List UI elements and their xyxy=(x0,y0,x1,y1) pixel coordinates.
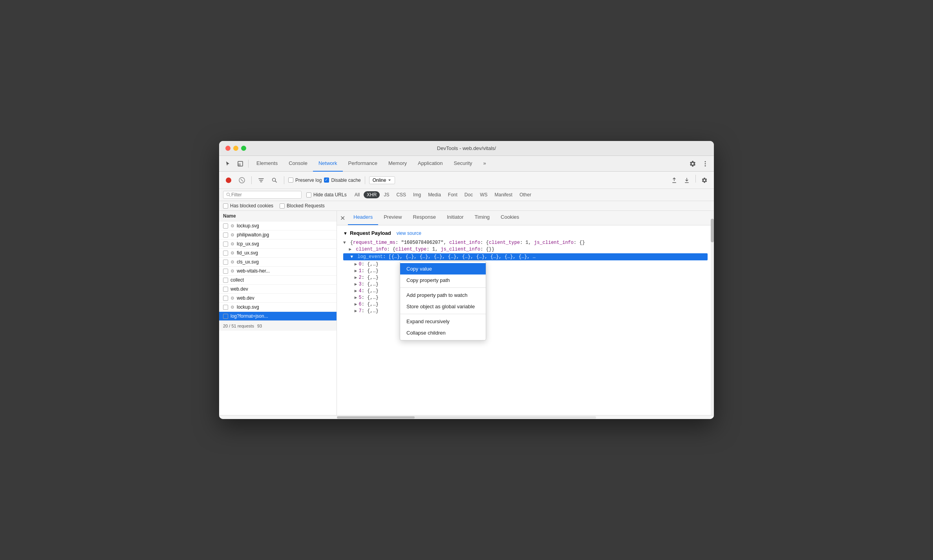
ctx-store-global[interactable]: Store object as global variable xyxy=(400,301,486,312)
list-item-selected[interactable]: log?format=json... xyxy=(219,312,337,321)
dock-icon[interactable] xyxy=(235,158,246,169)
collapse-arrow[interactable]: ▼ xyxy=(343,231,348,236)
filter-manifest[interactable]: Manifest xyxy=(492,191,516,198)
ctx-collapse-children[interactable]: Collapse children xyxy=(400,327,486,339)
tab-cookies[interactable]: Cookies xyxy=(495,211,525,225)
file-checkbox-0[interactable] xyxy=(223,223,228,229)
file-checkbox-9[interactable] xyxy=(223,305,228,310)
filter-input-wrap[interactable] xyxy=(223,191,302,199)
hide-data-urls-checkbox[interactable] xyxy=(306,192,311,198)
tab-performance[interactable]: Performance xyxy=(343,156,383,172)
file-checkbox-1[interactable] xyxy=(223,232,228,238)
list-item[interactable]: ⚙ lockup.svg xyxy=(219,221,337,231)
filter-ws[interactable]: WS xyxy=(477,191,490,198)
download-icon[interactable] xyxy=(681,175,692,186)
expand-root-arrow[interactable]: ▼ xyxy=(343,240,346,245)
ctx-expand-recursively[interactable]: Expand recursively xyxy=(400,316,486,327)
tree-item-6[interactable]: ▶6: {,…} xyxy=(343,302,708,307)
settings-icon[interactable] xyxy=(687,158,698,169)
cursor-tool-icon[interactable] xyxy=(222,158,233,169)
view-source-link[interactable]: view source xyxy=(397,231,421,236)
filter-css[interactable]: CSS xyxy=(393,191,409,198)
expand-log-arrow[interactable]: ▼ xyxy=(350,254,353,259)
expand-client-arrow[interactable]: ▶ xyxy=(349,247,351,252)
minimize-button[interactable] xyxy=(233,146,238,151)
file-checkbox-6[interactable] xyxy=(223,278,228,283)
upload-icon[interactable] xyxy=(669,175,680,186)
tab-preview[interactable]: Preview xyxy=(378,211,407,225)
blocked-requests-checkbox[interactable] xyxy=(280,203,285,209)
record-button[interactable] xyxy=(223,175,234,186)
filter-button[interactable] xyxy=(256,175,267,186)
throttle-select-wrap[interactable]: Online xyxy=(369,176,395,184)
list-item[interactable]: ⚙ fid_ux.svg xyxy=(219,249,337,258)
file-checkbox-5[interactable] xyxy=(223,269,228,274)
tab-headers[interactable]: Headers xyxy=(348,211,378,225)
filter-js[interactable]: JS xyxy=(381,191,392,198)
ctx-add-property-watch[interactable]: Add property path to watch xyxy=(400,289,486,301)
hide-data-urls-label[interactable]: Hide data URLs xyxy=(306,192,347,198)
close-button[interactable] xyxy=(225,146,231,151)
more-icon[interactable] xyxy=(700,158,711,169)
file-checkbox-7[interactable] xyxy=(223,287,228,292)
filter-font[interactable]: Font xyxy=(445,191,461,198)
filter-img[interactable]: Img xyxy=(410,191,424,198)
blocked-requests-label[interactable]: Blocked Requests xyxy=(280,203,325,209)
ctx-copy-value[interactable]: Copy value xyxy=(400,263,486,275)
tab-elements[interactable]: Elements xyxy=(251,156,283,172)
tab-response[interactable]: Response xyxy=(407,211,441,225)
tree-item-7[interactable]: ▶7: {,…} xyxy=(343,308,708,314)
h-scrollbar-thumb[interactable] xyxy=(337,416,415,419)
tree-item-2[interactable]: ▶2: {,…} xyxy=(343,275,708,280)
file-checkbox-3[interactable] xyxy=(223,251,228,256)
preserve-log-checkbox[interactable] xyxy=(288,178,293,183)
tree-item-1[interactable]: ▶1: {,…} xyxy=(343,268,708,274)
tab-console[interactable]: Console xyxy=(283,156,313,172)
file-checkbox-10[interactable] xyxy=(223,314,228,319)
list-item[interactable]: ⚙ lockup.svg xyxy=(219,303,337,312)
has-blocked-cookies-label[interactable]: Has blocked cookies xyxy=(223,203,273,209)
vertical-scrollbar[interactable] xyxy=(711,211,714,415)
tree-item-4[interactable]: ▶4: {,…} xyxy=(343,288,708,294)
maximize-button[interactable] xyxy=(241,146,246,151)
tab-network[interactable]: Network xyxy=(313,156,343,172)
stop-button[interactable] xyxy=(236,175,247,186)
tree-log-event-line[interactable]: ▼ log_event: [{…}, {…}, {…}, {…}, {…}, {… xyxy=(343,253,708,260)
tree-item-3[interactable]: ▶3: {,…} xyxy=(343,282,708,287)
tab-timing[interactable]: Timing xyxy=(469,211,496,225)
disable-cache-checkbox[interactable] xyxy=(324,178,329,183)
filter-media[interactable]: Media xyxy=(425,191,444,198)
tab-memory[interactable]: Memory xyxy=(383,156,412,172)
tree-client-info-line[interactable]: ▶ client_info: {client_type: 1, js_clien… xyxy=(343,247,708,252)
disable-cache-label[interactable]: Disable cache xyxy=(324,178,360,183)
search-button[interactable] xyxy=(269,175,280,186)
list-item[interactable]: collect xyxy=(219,276,337,285)
tree-item-5[interactable]: ▶5: {,…} xyxy=(343,295,708,300)
file-checkbox-8[interactable] xyxy=(223,296,228,301)
filter-doc[interactable]: Doc xyxy=(461,191,476,198)
file-checkbox-4[interactable] xyxy=(223,260,228,265)
tab-security[interactable]: Security xyxy=(448,156,478,172)
horizontal-scrollbar[interactable] xyxy=(219,415,714,419)
filter-input[interactable] xyxy=(231,192,290,198)
tab-application[interactable]: Application xyxy=(412,156,448,172)
file-checkbox-2[interactable] xyxy=(223,242,228,247)
tab-initiator[interactable]: Initiator xyxy=(441,211,469,225)
network-settings-icon[interactable] xyxy=(699,175,710,186)
scrollbar-thumb[interactable] xyxy=(711,219,714,242)
list-item[interactable]: web.dev xyxy=(219,285,337,294)
list-item[interactable]: ⚙ lcp_ux.svg xyxy=(219,240,337,249)
tab-more[interactable]: » xyxy=(478,156,492,172)
list-item[interactable]: ⚙ web-vitals-her... xyxy=(219,267,337,276)
filter-other[interactable]: Other xyxy=(516,191,534,198)
list-item[interactable]: ⚙ web.dev xyxy=(219,294,337,303)
close-detail-button[interactable]: ✕ xyxy=(337,211,348,225)
preserve-log-label[interactable]: Preserve log xyxy=(288,178,322,183)
tree-item-0[interactable]: ▶0: {,…} xyxy=(343,262,708,267)
list-item[interactable]: ⚙ philipwalton.jpg xyxy=(219,231,337,240)
list-item[interactable]: ⚙ cls_ux.svg xyxy=(219,258,337,267)
filter-all[interactable]: All xyxy=(351,191,363,198)
has-blocked-cookies-checkbox[interactable] xyxy=(223,203,228,209)
tree-root-line[interactable]: ▼ {request_time_ms: "1605078406207", cli… xyxy=(343,240,708,245)
filter-xhr[interactable]: XHR xyxy=(364,191,380,198)
